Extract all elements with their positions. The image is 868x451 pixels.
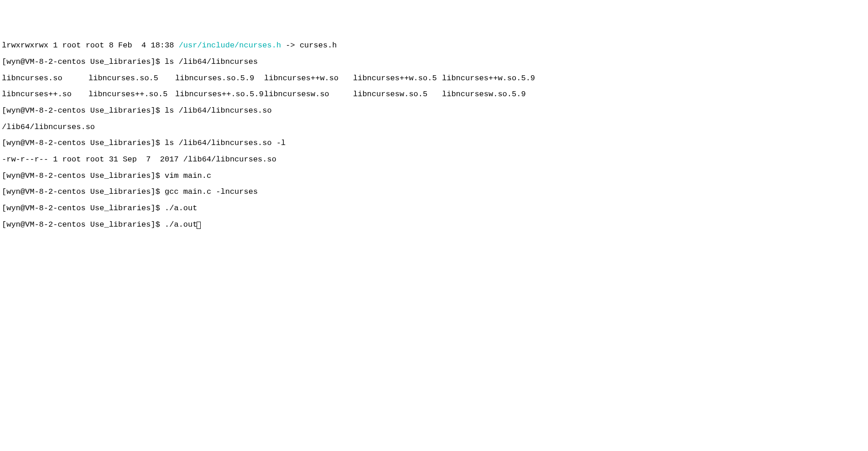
file-name: libncurses++w.so.5.9 <box>442 74 535 83</box>
terminal[interactable]: lrwxrwxrwx 1 root root 8 Feb 4 18:38 /us… <box>2 33 866 237</box>
prompt: [wyn@VM-8-2-centos Use_libraries]$ <box>2 187 165 196</box>
command-line: [wyn@VM-8-2-centos Use_libraries]$ ./a.o… <box>2 204 866 213</box>
file-name: libncurses++.so.5 <box>88 90 175 98</box>
command-text: gcc main.c -lncurses <box>165 187 258 196</box>
file-name: libncurses++.so.5.9 <box>175 90 264 98</box>
prompt: [wyn@VM-8-2-centos Use_libraries]$ <box>2 171 165 180</box>
current-command-line[interactable]: [wyn@VM-8-2-centos Use_libraries]$ ./a.o… <box>2 221 866 229</box>
output-line: /lib64/libncurses.so <box>2 123 866 131</box>
file-name: libncurses++w.so <box>264 74 353 83</box>
prompt: [wyn@VM-8-2-centos Use_libraries]$ <box>2 220 165 229</box>
prompt: [wyn@VM-8-2-centos Use_libraries]$ <box>2 106 165 115</box>
symlink-target: -> curses.h <box>281 41 337 50</box>
file-name: libncurses.so.5.9 <box>175 74 264 83</box>
file-name: libncurses++w.so.5 <box>353 74 442 83</box>
output-line: -rw-r--r-- 1 root root 31 Sep 7 2017 /li… <box>2 156 866 164</box>
file-name: libncursesw.so.5 <box>353 90 442 98</box>
command-text: ./a.out <box>165 204 197 213</box>
file-name: libncurses.so <box>2 74 88 83</box>
symlink-path: /usr/include/ncurses.h <box>179 41 281 50</box>
command-line: [wyn@VM-8-2-centos Use_libraries]$ ls /l… <box>2 139 866 147</box>
command-text: ls /lib64/libncurses.so -l <box>165 139 286 147</box>
command-line: [wyn@VM-8-2-centos Use_libraries]$ gcc m… <box>2 188 866 196</box>
output-line: lrwxrwxrwx 1 root root 8 Feb 4 18:38 /us… <box>2 41 866 50</box>
cursor-icon <box>197 222 201 229</box>
prompt: [wyn@VM-8-2-centos Use_libraries]$ <box>2 139 165 147</box>
command-line: [wyn@VM-8-2-centos Use_libraries]$ vim m… <box>2 172 866 180</box>
command-text: ls /lib64/libncurses <box>165 57 258 66</box>
command-line: [wyn@VM-8-2-centos Use_libraries]$ ls /l… <box>2 107 866 115</box>
ls-output-row: libncurses.solibncurses.so.5libncurses.s… <box>2 74 866 83</box>
file-name: libncursesw.so <box>264 90 353 98</box>
prompt: [wyn@VM-8-2-centos Use_libraries]$ <box>2 57 165 66</box>
file-perm-text: lrwxrwxrwx 1 root root 8 Feb 4 18:38 <box>2 41 179 50</box>
file-name: libncurses.so.5 <box>88 74 175 83</box>
command-text: ./a.out <box>165 220 197 229</box>
command-text: vim main.c <box>165 171 211 180</box>
command-line: [wyn@VM-8-2-centos Use_libraries]$ ls /l… <box>2 58 866 66</box>
file-name: libncursesw.so.5.9 <box>442 90 526 98</box>
command-text: ls /lib64/libncurses.so <box>165 106 272 115</box>
file-name: libncurses++.so <box>2 90 88 98</box>
ls-output-row: libncurses++.solibncurses++.so.5libncurs… <box>2 90 866 98</box>
prompt: [wyn@VM-8-2-centos Use_libraries]$ <box>2 204 165 213</box>
